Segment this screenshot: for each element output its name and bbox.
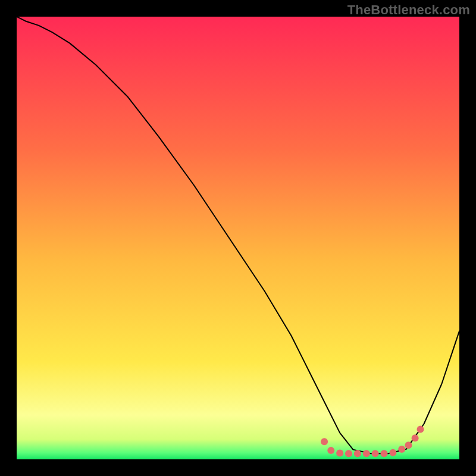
marker-dot [363,450,370,457]
marker-dot [327,447,334,454]
gradient-background [17,17,459,459]
marker-dot [398,446,405,453]
marker-dot [381,450,388,457]
chart-svg [17,17,459,459]
marker-dot [405,441,412,449]
marker-dot [354,450,361,457]
plot-area [17,17,459,459]
marker-dot [345,450,352,457]
marker-dot [372,450,379,457]
watermark-text: TheBottleneck.com [347,2,470,18]
marker-dot [336,450,343,457]
marker-dot [417,425,424,433]
marker-dot [321,438,328,445]
marker-dot [412,434,419,441]
marker-dot [389,449,396,456]
chart-container: TheBottleneck.com [0,0,476,476]
